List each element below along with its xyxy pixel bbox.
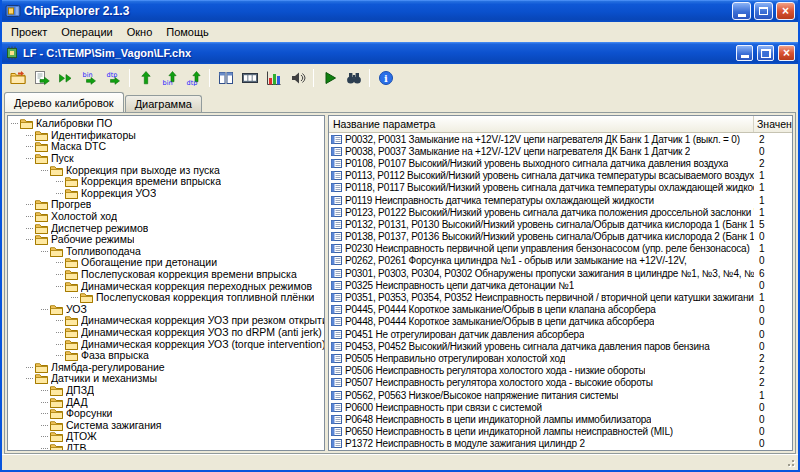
document-title-bar[interactable]: LF - C:\TEMP\Sim_Vagon\LF.chx × bbox=[2, 42, 798, 64]
document-close-button[interactable]: × bbox=[778, 45, 795, 61]
menu-help[interactable]: Помощь bbox=[159, 23, 216, 41]
parameter-row[interactable]: P0451 Не отрегулирован датчик давления а… bbox=[329, 328, 792, 340]
chart-view-button[interactable] bbox=[262, 67, 285, 89]
parameter-row[interactable]: P0123, P0122 Высокий/Низкий уровень сигн… bbox=[329, 206, 792, 218]
tree-item[interactable]: Топливоподача bbox=[8, 246, 324, 258]
tree-item[interactable]: Система зажигания bbox=[8, 419, 324, 431]
tree-item[interactable]: ДАД bbox=[8, 396, 324, 408]
parameter-icon bbox=[331, 231, 342, 242]
tree-item[interactable]: Рабочие режимы bbox=[8, 234, 324, 246]
tree-item[interactable]: Лямбда-регулирование bbox=[8, 361, 324, 373]
tree-item[interactable]: Калибровки ПО bbox=[8, 118, 324, 130]
load-dtp-button[interactable]: dtp bbox=[102, 67, 125, 89]
save-file-button[interactable] bbox=[134, 67, 157, 89]
parameter-row[interactable]: P0038, P0037 Замыкание на +12V/-12V цепи… bbox=[329, 145, 792, 157]
tree-item[interactable]: ДТВ bbox=[8, 443, 324, 451]
folder-icon bbox=[35, 223, 48, 234]
tree-item[interactable]: Послепусковая коррекция времени впрыска bbox=[8, 269, 324, 281]
column-header-name[interactable]: Название параметра bbox=[329, 116, 754, 132]
parameter-row[interactable]: P0505 Неправильно отрегулирован холостой… bbox=[329, 352, 792, 364]
tab-calibration-tree[interactable]: Дерево калибровок bbox=[4, 92, 124, 112]
folder-icon bbox=[50, 397, 63, 408]
parameter-row[interactable]: P0448, P0444 Короткое замыкание/Обрыв в … bbox=[329, 316, 792, 328]
tree-item[interactable]: Холостой ход bbox=[8, 211, 324, 223]
tree-connector bbox=[41, 170, 48, 171]
parameter-row[interactable]: P0562, P0563 Низкое/Высокое напряжение п… bbox=[329, 389, 792, 401]
parameter-row[interactable]: P0650 Неисправность в цепи индикаторной … bbox=[329, 426, 792, 438]
parameter-row[interactable]: P0445, P0444 Короткое замыкание/Обрыв в … bbox=[329, 304, 792, 316]
tree-item[interactable]: Коррекция времени впрыска bbox=[8, 176, 324, 188]
parameter-icon bbox=[331, 255, 342, 266]
diagram-view-button[interactable] bbox=[238, 67, 261, 89]
tree-item[interactable]: Идентификаторы bbox=[8, 130, 324, 142]
tree-item[interactable]: Фаза впрыска bbox=[8, 350, 324, 362]
parameter-value: 0 bbox=[754, 329, 792, 340]
tab-diagram[interactable]: Диаграмма bbox=[125, 95, 202, 112]
open-file-button[interactable] bbox=[6, 67, 29, 89]
tree-connector bbox=[26, 367, 33, 368]
folder-icon bbox=[65, 257, 78, 268]
parameter-row[interactable]: P0132, P0131, P0130 Высокий/Низкий урове… bbox=[329, 218, 792, 230]
parameter-row[interactable]: P0301, P0303, P0304, P0302 Обнаружены пр… bbox=[329, 267, 792, 279]
document-restore-button[interactable] bbox=[757, 45, 774, 61]
tree-item[interactable]: Динамическая коррекция УОЗ (torque inter… bbox=[8, 338, 324, 350]
tree-item[interactable]: ДПЗД bbox=[8, 385, 324, 397]
parameter-row[interactable]: P0351, P0353, P0354, P0352 Неисправность… bbox=[329, 291, 792, 303]
maximize-button[interactable] bbox=[754, 2, 773, 20]
parameter-row[interactable]: P0032, P0031 Замыкание на +12V/-12V цепи… bbox=[329, 133, 792, 145]
tree-item[interactable]: Коррекция при выходе из пуска bbox=[8, 164, 324, 176]
parameter-row[interactable]: P0600 Неисправность при связи с системой… bbox=[329, 401, 792, 413]
menu-project[interactable]: Проект bbox=[4, 23, 54, 41]
parameter-row[interactable]: P0648 Неисправность в цепи индикаторной … bbox=[329, 413, 792, 425]
tree-item[interactable]: Динамическая коррекция УОЗ по dRPM (anti… bbox=[8, 327, 324, 339]
title-bar[interactable]: ChipExplorer 2.1.3 × bbox=[2, 0, 798, 22]
parameter-row[interactable]: P0262, P0261 Форсунка цилиндра №1 - обры… bbox=[329, 255, 792, 267]
about-button[interactable]: i bbox=[374, 67, 397, 89]
double-arrow-icon bbox=[58, 70, 74, 86]
resize-grip[interactable] bbox=[784, 456, 797, 469]
tree-item[interactable]: Прогрев bbox=[8, 199, 324, 211]
menu-operations[interactable]: Операции bbox=[54, 23, 119, 41]
run-button[interactable] bbox=[318, 67, 341, 89]
parameter-row[interactable]: P0119 Неисправность датчика температуры … bbox=[329, 194, 792, 206]
tree-item[interactable]: Послепусковая коррекция топливной плёнки bbox=[8, 292, 324, 304]
parameter-row[interactable]: P0453, P0452 Высокий/Низкий уровень сигн… bbox=[329, 340, 792, 352]
parameter-row[interactable]: P0118, P0117 Высокий/Низкий уровень сигн… bbox=[329, 182, 792, 194]
columns-view-button[interactable] bbox=[214, 67, 237, 89]
tree-item[interactable]: Пуск bbox=[8, 153, 324, 165]
tree-connector bbox=[26, 378, 33, 379]
load-bin-button[interactable]: bin bbox=[78, 67, 101, 89]
search-button[interactable] bbox=[342, 67, 365, 89]
minimize-button[interactable] bbox=[732, 2, 751, 20]
tree-item[interactable]: Форсунки bbox=[8, 408, 324, 420]
parameter-row[interactable]: P0325 Неисправность цепи датчика детонац… bbox=[329, 279, 792, 291]
tree-item[interactable]: Маска DTC bbox=[8, 141, 324, 153]
save-dtp-button[interactable]: dtp bbox=[182, 67, 205, 89]
menu-window[interactable]: Окно bbox=[120, 23, 160, 41]
tree-item[interactable]: Динамическая коррекция УОЗ при резком от… bbox=[8, 315, 324, 327]
parameter-row[interactable]: P0230 Неисправность первичной цепи управ… bbox=[329, 243, 792, 255]
parameter-row[interactable]: P0113, P0112 Высокий/Низкий уровень сигн… bbox=[329, 170, 792, 182]
tree-item[interactable]: ДТОЖ bbox=[8, 431, 324, 443]
tree-item[interactable]: Динамическая коррекция переходных режимо… bbox=[8, 280, 324, 292]
tree-item[interactable]: Датчики и механизмы bbox=[8, 373, 324, 385]
column-header-value[interactable]: Значен... bbox=[754, 116, 792, 132]
save-bin-button[interactable]: bin bbox=[158, 67, 181, 89]
parameter-row[interactable]: P0507 Неисправность регулятора холостого… bbox=[329, 377, 792, 389]
close-button[interactable]: × bbox=[776, 2, 795, 20]
sound-button[interactable] bbox=[286, 67, 309, 89]
tree-item[interactable]: Диспетчер режимов bbox=[8, 222, 324, 234]
tree-item[interactable]: Обогащение при детонации bbox=[8, 257, 324, 269]
tree-item-label: УОЗ bbox=[66, 304, 87, 315]
tree-item-label: Коррекция при выходе из пуска bbox=[66, 165, 220, 176]
parameter-row[interactable]: P1372 Неисправность в модуле зажигания ц… bbox=[329, 438, 792, 450]
tree-item[interactable]: УОЗ bbox=[8, 304, 324, 316]
parameter-row[interactable]: P0108, P0107 Высокий/Низкий уровень выхо… bbox=[329, 157, 792, 169]
parameter-row[interactable]: P0138, P0137, P0136 Высокий/Низкий урове… bbox=[329, 231, 792, 243]
import-chx-button[interactable] bbox=[30, 67, 53, 89]
tree-item[interactable]: Коррекция УОЗ bbox=[8, 188, 324, 200]
export-chx-button[interactable] bbox=[54, 67, 77, 89]
parameter-row[interactable]: P0506 Неисправность регулятора холостого… bbox=[329, 365, 792, 377]
document-minimize-button[interactable] bbox=[736, 45, 753, 61]
parameter-value: 1 bbox=[754, 292, 792, 303]
